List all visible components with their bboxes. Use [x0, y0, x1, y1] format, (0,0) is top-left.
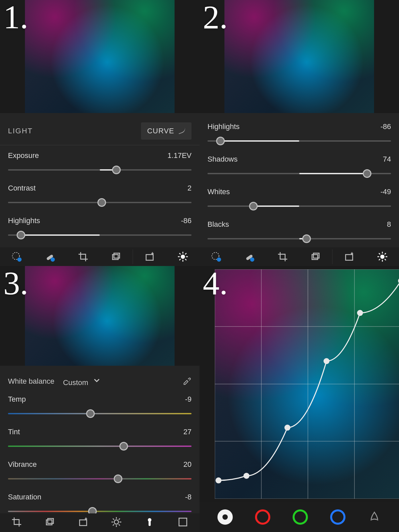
- crop-icon[interactable]: [66, 247, 100, 266]
- curve-icon: [178, 126, 186, 136]
- white-balance-label: White balance: [8, 377, 54, 386]
- slider-thumb[interactable]: [86, 409, 95, 418]
- svg-line-30: [379, 259, 380, 260]
- slider-value: 2: [188, 184, 192, 193]
- curve-channel-selector: [200, 502, 399, 532]
- slider-label: Shadows: [207, 155, 238, 164]
- tone-curve-editor[interactable]: [215, 269, 399, 499]
- svg-point-3: [51, 257, 55, 262]
- eyedropper-icon[interactable]: [182, 376, 192, 387]
- svg-rect-34: [79, 520, 86, 526]
- bottom-toolbar: [0, 247, 200, 266]
- svg-rect-22: [346, 255, 353, 260]
- channel-luminance[interactable]: [217, 509, 233, 525]
- slider-value: 74: [383, 155, 391, 164]
- slider-tint[interactable]: Tint 27: [0, 422, 200, 454]
- curve-control-point[interactable]: [357, 310, 363, 316]
- step-number: 2.: [203, 0, 228, 36]
- slider-thumb[interactable]: [216, 137, 225, 145]
- slider-shadows[interactable]: Shadows 74: [200, 149, 399, 182]
- channel-blue[interactable]: [330, 509, 345, 525]
- slider-value: -49: [380, 188, 391, 196]
- slider-thumb[interactable]: [17, 231, 25, 239]
- color-icon[interactable]: [144, 516, 155, 529]
- svg-line-41: [119, 524, 120, 526]
- auto-icon[interactable]: [77, 516, 89, 529]
- svg-rect-46: [179, 518, 187, 526]
- svg-point-19: [250, 257, 254, 262]
- svg-point-17: [217, 257, 221, 262]
- healing-icon[interactable]: [233, 247, 266, 266]
- curve-control-point[interactable]: [243, 473, 249, 479]
- slider-label: Blacks: [207, 220, 229, 229]
- light-icon[interactable]: [366, 247, 399, 266]
- slider-label: Vibrance: [8, 460, 37, 469]
- slider-vibrance[interactable]: Vibrance 20: [0, 454, 200, 487]
- svg-rect-20: [312, 255, 318, 260]
- slider-thumb[interactable]: [112, 166, 121, 174]
- crop-icon[interactable]: [266, 247, 299, 266]
- auto-icon[interactable]: [133, 247, 166, 266]
- selective-edit-icon[interactable]: [0, 247, 33, 266]
- slider-thumb[interactable]: [119, 442, 128, 451]
- channel-green[interactable]: [293, 509, 308, 525]
- slider-thumb[interactable]: [114, 474, 122, 483]
- step-number: 4.: [203, 266, 228, 302]
- slider-highlights[interactable]: Highlights -86: [0, 210, 200, 243]
- presets-icon[interactable]: [44, 516, 56, 529]
- svg-rect-32: [46, 520, 52, 525]
- slider-contrast[interactable]: Contrast 2: [0, 178, 200, 210]
- curve-button[interactable]: CURVE: [141, 122, 192, 140]
- slider-exposure[interactable]: Exposure 1.17EV: [0, 145, 200, 178]
- auto-icon[interactable]: [332, 247, 366, 266]
- photo-preview: [224, 0, 374, 113]
- step-number: 1.: [3, 0, 28, 36]
- light-icon[interactable]: [111, 516, 122, 529]
- presets-icon[interactable]: [99, 247, 133, 266]
- split-tone-icon[interactable]: [368, 510, 381, 524]
- healing-icon[interactable]: [33, 247, 66, 266]
- svg-line-31: [385, 253, 386, 254]
- presets-icon[interactable]: [299, 247, 332, 266]
- step-number: 3.: [3, 266, 28, 302]
- slider-thumb[interactable]: [249, 202, 258, 210]
- svg-line-42: [113, 524, 114, 526]
- panel-step-1: 1. LIGHT CURVE Exposure 1.17EV Contrast …: [0, 0, 200, 266]
- photo-preview: [25, 0, 175, 113]
- slider-label: Highlights: [207, 122, 240, 131]
- svg-line-12: [179, 253, 181, 254]
- panel-step-3: 3. White balance Custom Temp -9: [0, 266, 200, 532]
- curve-grid: [215, 269, 399, 499]
- slider-temp[interactable]: Temp -9: [0, 389, 200, 422]
- channel-red[interactable]: [255, 509, 270, 525]
- slider-value: 27: [184, 428, 192, 436]
- svg-line-43: [119, 518, 120, 520]
- photo-preview: [25, 266, 175, 366]
- curve-line[interactable]: [218, 281, 399, 480]
- svg-rect-4: [113, 255, 118, 260]
- bottom-toolbar: [0, 513, 200, 532]
- white-balance-mode-dropdown[interactable]: Custom: [63, 376, 101, 387]
- curve-control-point[interactable]: [324, 358, 330, 364]
- light-icon[interactable]: [166, 247, 200, 266]
- slider-highlights[interactable]: Highlights -86: [200, 116, 399, 149]
- curve-control-point[interactable]: [215, 477, 221, 483]
- slider-label: Tint: [8, 428, 20, 436]
- selective-edit-icon[interactable]: [200, 247, 233, 266]
- slider-thumb[interactable]: [302, 234, 311, 243]
- slider-thumb[interactable]: [363, 169, 371, 178]
- svg-line-15: [185, 253, 187, 254]
- slider-label: Exposure: [8, 151, 39, 160]
- svg-point-35: [114, 520, 119, 524]
- slider-value: -9: [185, 395, 192, 404]
- slider-thumb[interactable]: [97, 198, 106, 207]
- crop-icon[interactable]: [11, 516, 22, 529]
- effects-icon[interactable]: [177, 516, 189, 529]
- svg-point-7: [181, 255, 185, 259]
- panel-step-4: 4. CURVE DONE: [200, 266, 399, 532]
- slider-whites[interactable]: Whites -49: [200, 182, 399, 214]
- curve-control-point[interactable]: [284, 425, 290, 431]
- slider-value: -8: [185, 493, 192, 501]
- slider-blacks[interactable]: Blacks 8: [200, 214, 399, 247]
- light-panel: LIGHT CURVE Exposure 1.17EV Contrast 2: [0, 113, 200, 247]
